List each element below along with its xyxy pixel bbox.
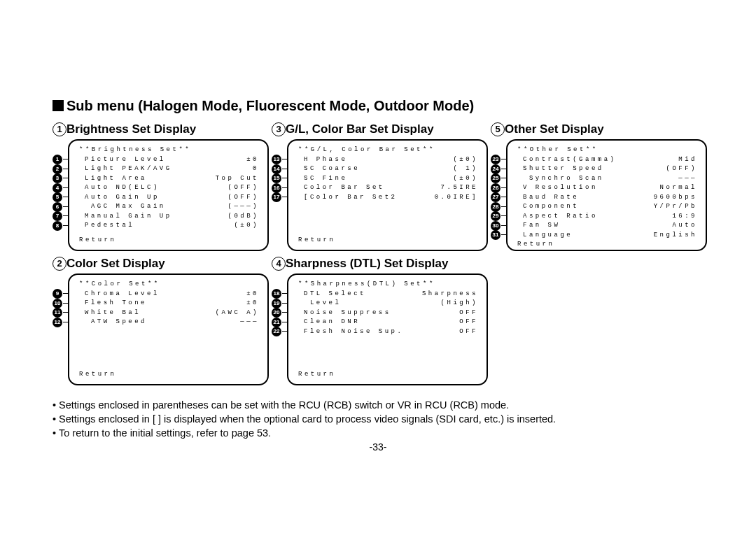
section-title: 3G/L, Color Bar Set Display	[272, 122, 488, 136]
numbered-bullet-icon: 1	[52, 155, 62, 164]
circled-number-icon: 2	[52, 257, 66, 271]
numbered-bullet-icon: 18	[272, 289, 281, 299]
setting-value: ———	[678, 174, 697, 184]
numbered-bullet-icon: 7	[52, 211, 62, 221]
panel-row: V ResolutionNormal	[523, 183, 697, 193]
panel-row: Auto ND(ELC)(OFF)	[85, 183, 259, 193]
panel-row: DTL SelectSharpness	[304, 290, 478, 299]
numbered-bullet-icon: 16	[272, 183, 281, 193]
setting-label: Aspect Ratio	[523, 212, 598, 222]
setting-label: Component	[523, 202, 579, 212]
numbered-bullet-icon: 15	[272, 173, 281, 183]
setting-label: Light PEAK/AVG	[85, 164, 172, 174]
numbered-bullet-icon: 24	[491, 164, 500, 174]
circled-number-icon: 5	[491, 122, 505, 136]
setting-value: ( 1)	[453, 164, 478, 174]
section-title-text: G/L, Color Bar Set Display	[286, 122, 434, 136]
setting-value: 16:9	[672, 212, 697, 222]
setting-value: OFF	[459, 327, 478, 337]
panel-row: Noise SuppressOFF	[304, 308, 478, 318]
section-title: 5Other Set Display	[491, 122, 707, 136]
numbered-bullet-icon: 9	[52, 289, 62, 299]
panel-wrap: 232425262728293031**Other Set**Contrast(…	[491, 139, 707, 251]
heading-text: Sub menu (Halogen Mode, Fluorescent Mode…	[66, 98, 474, 113]
osd-panel: **Sharpness(DTL) Set**DTL SelectSharpnes…	[287, 273, 488, 385]
setting-label: Shutter Speed	[523, 164, 604, 174]
numbered-bullet-icon: 17	[272, 192, 281, 202]
bullet-row: 7	[52, 211, 68, 221]
numbered-bullet-icon: 19	[272, 299, 281, 308]
footnote-text: Settings enclosed in parentheses can be …	[59, 398, 509, 412]
bullet-row: 19	[272, 299, 287, 308]
section-title-text: Sharpness (DTL) Set Display	[286, 257, 448, 270]
setting-label: [Color Bar Set2	[304, 193, 398, 203]
panel-wrap: 1819202122**Sharpness(DTL) Set**DTL Sele…	[272, 273, 488, 385]
setting-label: H Phase	[304, 155, 347, 165]
panel-row: Level(High)	[304, 299, 478, 308]
setting-label: White Bal	[85, 308, 141, 318]
numbered-bullet-icon: 25	[491, 173, 500, 183]
bullet-row: 16	[272, 183, 287, 193]
bullet-row: 6	[52, 202, 68, 212]
footnote-line: •Settings enclosed in [ ] is displayed w…	[52, 412, 704, 426]
panel-row: Auto Gain Up(OFF)	[85, 193, 259, 203]
panel-row: Light PEAK/AVG0	[85, 164, 259, 174]
circled-number-icon: 4	[272, 257, 286, 271]
setting-value: ±0	[246, 299, 259, 308]
setting-value: Mid	[678, 155, 697, 165]
panel-row: Contrast(Gamma)Mid	[523, 155, 697, 165]
numbered-bullet-icon: 3	[52, 173, 62, 183]
panel-row: Baud Rate9600bps	[523, 193, 697, 203]
bullet-row: 18	[272, 289, 287, 299]
bullet-column: 12345678	[52, 139, 68, 251]
setting-value: (±0)	[453, 174, 478, 184]
bullet-row: 13	[272, 155, 287, 164]
panel-row: Pedestal(±0)	[85, 221, 259, 231]
panel-title: **Color Set**	[79, 280, 259, 290]
numbered-bullet-icon: 10	[52, 299, 62, 308]
numbered-bullet-icon: 4	[52, 183, 62, 193]
section-title-text: Other Set Display	[505, 122, 604, 136]
panel-row: Fan SWAuto	[523, 221, 697, 231]
setting-value: (OFF)	[666, 164, 697, 174]
panel-row: Chroma Level±0	[85, 290, 259, 299]
setting-label: Flesh Noise Sup.	[304, 327, 403, 337]
setting-value: 0	[253, 164, 259, 174]
setting-value: 7.5IRE	[441, 183, 478, 193]
panel-row: [Color Bar Set20.0IRE]	[304, 193, 478, 203]
section-sharpness: 4Sharpness (DTL) Set Display1819202122**…	[272, 257, 488, 385]
panel-title: **Brightness Set**	[79, 145, 259, 155]
bullet-column: 232425262728293031	[491, 139, 506, 251]
bullet-row: 14	[272, 164, 287, 174]
sections-grid: 1Brightness Set Display12345678**Brightn…	[52, 122, 704, 385]
panel-row: Light AreaTop Cut	[85, 174, 259, 184]
bullet-dot-icon: •	[52, 426, 56, 440]
panel-row: ComponentY/Pr/Pb	[523, 202, 697, 212]
bullet-row: 21	[272, 318, 287, 327]
bullet-row: 5	[52, 192, 68, 202]
numbered-bullet-icon: 20	[272, 308, 281, 318]
section-title-text: Color Set Display	[66, 257, 165, 270]
bullet-row: 26	[491, 183, 506, 193]
setting-label: Light Area	[85, 174, 147, 184]
setting-label: Contrast(Gamma)	[523, 155, 617, 165]
panel-wrap: 12345678**Brightness Set**Picture Level±…	[52, 139, 269, 251]
panel-return: Return	[298, 370, 478, 380]
bullet-dot-icon: •	[52, 398, 56, 412]
panel-row: Clean DNROFF	[304, 318, 478, 327]
panel-row: ATW Speed———	[85, 318, 259, 327]
bullet-column: 9101112	[52, 273, 68, 385]
setting-value: Y/Pr/Pb	[654, 202, 697, 212]
setting-value: 9600bps	[654, 193, 697, 203]
setting-value: Top Cut	[216, 174, 259, 184]
setting-value: (———)	[227, 202, 259, 212]
setting-label: V Resolution	[523, 183, 598, 193]
bullet-row: 15	[272, 173, 287, 183]
numbered-bullet-icon: 26	[491, 183, 500, 193]
osd-panel: **Other Set**Contrast(Gamma)MidShutter S…	[506, 139, 707, 251]
osd-panel: **Color Set**Chroma Level±0Flesh Tone±0W…	[68, 273, 269, 385]
setting-value: (AWC A)	[216, 308, 259, 318]
numbered-bullet-icon: 5	[52, 192, 62, 202]
panel-title: **Sharpness(DTL) Set**	[298, 280, 478, 290]
numbered-bullet-icon: 8	[52, 221, 62, 231]
